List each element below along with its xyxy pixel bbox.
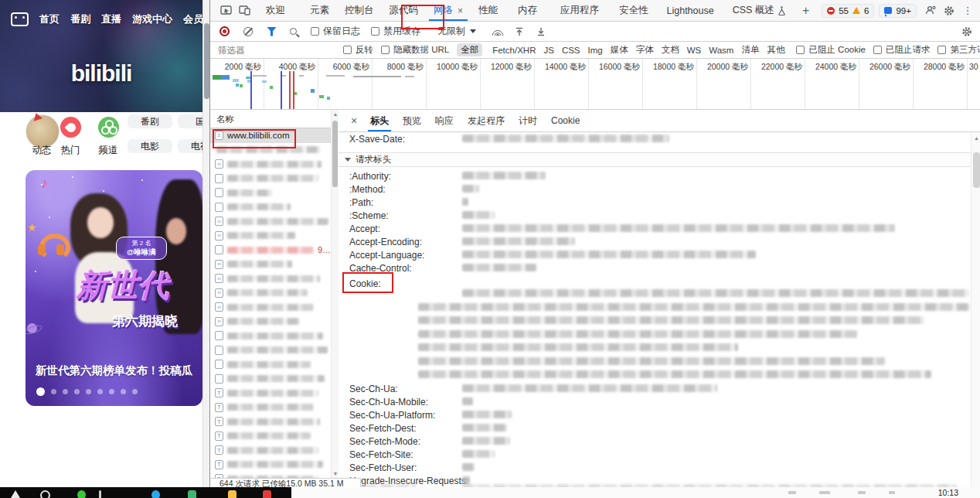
detail-tab-initiator[interactable]: 发起程序: [461, 110, 512, 131]
taskbar-app-icon[interactable]: [77, 490, 86, 498]
request-row[interactable]: T: [210, 401, 338, 415]
request-headers-section[interactable]: 请求标头: [339, 152, 971, 167]
checkbox[interactable]: [796, 46, 805, 54]
tab-application[interactable]: 应用程序: [553, 0, 607, 21]
windows-taskbar[interactable]: 10:13: [0, 487, 980, 498]
taskbar-app-icon[interactable]: [263, 490, 271, 498]
blocked-requests-checkbox[interactable]: 已阻止请求: [873, 44, 931, 56]
checkbox[interactable]: [343, 46, 352, 54]
request-row[interactable]: [210, 200, 338, 215]
request-row[interactable]: [210, 329, 338, 343]
pill-bangumi[interactable]: 番剧: [128, 114, 172, 128]
request-list-scrollbar[interactable]: ▲ ▼: [331, 110, 339, 478]
close-tab-icon[interactable]: ×: [458, 5, 463, 16]
scrollbar-thumb[interactable]: [973, 152, 980, 188]
tray-icon[interactable]: [819, 491, 830, 494]
tray-icon[interactable]: [889, 491, 895, 494]
taskbar-clock[interactable]: 10:13: [938, 488, 958, 497]
throttling-dropdown[interactable]: 无限制: [433, 23, 481, 39]
more-tabs-button[interactable]: +: [795, 0, 817, 21]
blocked-cookies-checkbox[interactable]: 已阻止 Cookie: [796, 44, 866, 56]
request-row[interactable]: [210, 172, 338, 186]
filter-type-font[interactable]: 字体: [632, 43, 658, 56]
close-detail-icon[interactable]: ×: [345, 111, 363, 130]
preserve-log-checkbox[interactable]: 保留日志: [311, 25, 360, 38]
request-row[interactable]: T: [210, 472, 338, 478]
request-row[interactable]: ‹›: [210, 157, 338, 172]
tray-icon[interactable]: [858, 491, 866, 494]
request-row[interactable]: T: [210, 429, 338, 444]
filter-icon[interactable]: [267, 27, 277, 36]
tab-sources[interactable]: 源代码: [382, 0, 427, 21]
promo-banner[interactable]: ♪ ★ 第 2 名 @咻咻满 新世代: [26, 170, 202, 406]
clear-button[interactable]: [243, 27, 253, 36]
request-row[interactable]: T: [210, 458, 338, 472]
search-icon[interactable]: [290, 28, 297, 35]
taskbar-app-icon[interactable]: [40, 490, 50, 498]
nav-game-center[interactable]: 游戏中心: [132, 12, 172, 26]
network-overview-timeline[interactable]: 2000 毫秒 4000 毫秒 6000 毫秒 8000 毫秒 10000 毫秒…: [210, 59, 980, 110]
tab-lighthouse[interactable]: Lighthouse: [659, 0, 722, 21]
export-har-icon[interactable]: [532, 22, 550, 41]
device-toolbar-icon[interactable]: [235, 2, 254, 20]
network-conditions-icon[interactable]: [492, 28, 504, 36]
more-options-icon[interactable]: ⋮: [958, 2, 977, 20]
nav-live[interactable]: 直播: [101, 12, 121, 26]
filter-type-css[interactable]: CSS: [558, 45, 584, 56]
tab-welcome[interactable]: 欢迎: [258, 0, 293, 21]
detail-tab-preview[interactable]: 预览: [396, 110, 428, 131]
filter-type-xhr[interactable]: Fetch/XHR: [488, 45, 539, 56]
checkbox[interactable]: [371, 27, 379, 36]
tab-elements[interactable]: 元素: [302, 0, 337, 21]
network-settings-gear-icon[interactable]: [958, 22, 976, 41]
hide-data-url-checkbox[interactable]: 隐藏数据 URL: [381, 44, 449, 56]
filter-input[interactable]: [216, 45, 339, 56]
record-button[interactable]: [219, 26, 230, 36]
issues-badge[interactable]: 55 6: [822, 4, 874, 18]
filter-type-img[interactable]: Img: [584, 45, 607, 56]
tab-console[interactable]: 控制台: [337, 0, 382, 21]
bilibili-logo[interactable]: bilibili: [0, 60, 202, 87]
filter-type-manifest[interactable]: 清单: [737, 43, 763, 56]
quick-label-channel[interactable]: 频道: [85, 144, 131, 157]
page-scrollbar-thumb[interactable]: [204, 23, 209, 99]
request-row[interactable]: [210, 186, 338, 200]
filter-type-other[interactable]: 其他: [763, 43, 788, 56]
taskbar-app-icon[interactable]: [228, 490, 236, 498]
detail-tab-timing[interactable]: 计时: [512, 110, 544, 131]
tray-icon[interactable]: [788, 491, 796, 494]
checkbox[interactable]: [311, 27, 319, 36]
request-row-selected[interactable]: ≡ www.bilibili.com: [210, 128, 338, 143]
tab-css-overview[interactable]: CSS 概述: [725, 0, 776, 21]
request-row[interactable]: T: [210, 414, 338, 429]
request-row[interactable]: ‹›: [210, 229, 338, 244]
detail-tab-cookies[interactable]: Cookie: [544, 110, 587, 131]
import-har-icon[interactable]: [510, 22, 529, 41]
request-row[interactable]: T: [210, 443, 338, 458]
pill-movie[interactable]: 电影: [128, 139, 172, 153]
taskbar-app-icon[interactable]: [11, 490, 20, 498]
tab-network[interactable]: 网络×: [426, 0, 471, 21]
request-row[interactable]: ‹›: [210, 258, 338, 272]
pill-guochuang[interactable]: 国: [178, 114, 202, 128]
detail-tab-headers[interactable]: 标头: [363, 110, 396, 131]
nav-home[interactable]: 首页: [39, 12, 60, 26]
third-party-checkbox[interactable]: 第三方请求: [937, 44, 980, 56]
tab-memory[interactable]: 内存: [510, 0, 545, 21]
promo-caption[interactable]: 新世代第六期榜单发布！投稿瓜: [36, 363, 198, 378]
invert-checkbox[interactable]: 反转: [343, 44, 373, 56]
request-row[interactable]: T: [210, 386, 338, 401]
request-row[interactable]: ‹›: [210, 271, 338, 286]
close-devtools-icon[interactable]: ×: [977, 2, 980, 20]
pill-tv[interactable]: 电视: [178, 139, 202, 153]
request-row[interactable]: ‹›: [210, 214, 338, 229]
filter-type-doc[interactable]: 文档: [658, 43, 683, 56]
filter-type-ws[interactable]: WS: [683, 45, 706, 56]
taskbar-app-icon[interactable]: [99, 490, 101, 498]
request-row-blocked[interactable]: 9…: [210, 243, 338, 258]
request-row[interactable]: ‹›: [210, 300, 338, 315]
inspect-icon[interactable]: [216, 2, 235, 20]
request-row[interactable]: ‹›: [210, 286, 338, 301]
request-row[interactable]: [210, 143, 338, 158]
settings-gear-icon[interactable]: [940, 2, 958, 20]
